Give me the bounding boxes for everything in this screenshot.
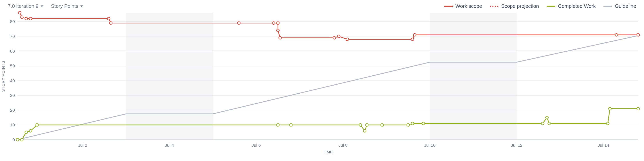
data-point bbox=[20, 16, 23, 19]
data-point bbox=[290, 123, 292, 126]
data-point bbox=[279, 37, 282, 39]
metric-dropdown[interactable]: Story Points bbox=[51, 3, 83, 9]
y-tick-label: 20 bbox=[10, 108, 15, 113]
chart-controls: 7.0 iteration 9 Story Points bbox=[8, 3, 83, 9]
line-swatch-icon bbox=[547, 6, 555, 7]
line-swatch-icon bbox=[444, 6, 453, 7]
data-point bbox=[422, 122, 425, 125]
y-tick-label: 30 bbox=[10, 93, 15, 98]
data-point bbox=[18, 11, 21, 14]
data-point bbox=[637, 33, 640, 36]
chart-legend: Work scope Scope projection Completed Wo… bbox=[444, 3, 636, 9]
data-point bbox=[359, 123, 362, 126]
data-point bbox=[333, 37, 336, 39]
y-axis-title: STORY POINTS bbox=[1, 61, 6, 92]
data-point bbox=[606, 122, 609, 125]
series-work-scope bbox=[20, 13, 638, 39]
data-point bbox=[276, 22, 279, 24]
line-swatch-icon bbox=[604, 6, 612, 7]
sprint-dropdown[interactable]: 7.0 iteration 9 bbox=[8, 3, 43, 9]
data-point bbox=[25, 17, 28, 20]
chart-svg: 01020304050607080Jul 2Jul 4Jul 6Jul 8Jul… bbox=[0, 11, 644, 155]
series-completed-work bbox=[18, 109, 638, 140]
legend-scope-projection: Scope projection bbox=[490, 3, 539, 9]
x-tick-label: Jul 2 bbox=[78, 143, 87, 148]
data-point bbox=[413, 33, 416, 36]
data-point bbox=[276, 123, 279, 126]
data-point bbox=[407, 123, 410, 126]
data-point bbox=[366, 123, 368, 126]
legend-label: Work scope bbox=[456, 3, 482, 9]
data-point bbox=[108, 17, 110, 20]
data-point bbox=[29, 17, 32, 20]
legend-work-scope: Work scope bbox=[444, 3, 482, 9]
y-tick-label: 10 bbox=[10, 123, 15, 127]
data-point bbox=[411, 122, 414, 125]
data-point bbox=[411, 38, 414, 41]
legend-label: Guideline bbox=[615, 3, 636, 9]
data-point bbox=[338, 35, 340, 38]
weekend-band bbox=[126, 13, 213, 140]
y-tick-label: 70 bbox=[10, 34, 15, 39]
data-point bbox=[546, 116, 548, 119]
data-point bbox=[16, 138, 19, 141]
chevron-down-icon bbox=[40, 6, 43, 7]
data-point bbox=[29, 130, 32, 132]
data-point bbox=[541, 122, 544, 125]
chart-plot-area: 01020304050607080Jul 2Jul 4Jul 6Jul 8Jul… bbox=[0, 11, 644, 155]
x-tick-label: Jul 14 bbox=[598, 143, 609, 148]
burnup-chart-container: 7.0 iteration 9 Story Points Work scope … bbox=[0, 0, 644, 161]
x-axis-title: TIME bbox=[323, 150, 333, 154]
x-tick-label: Jul 12 bbox=[511, 143, 522, 148]
legend-completed-work: Completed Work bbox=[547, 3, 596, 9]
metric-label: Story Points bbox=[51, 3, 78, 9]
x-tick-label: Jul 6 bbox=[252, 143, 260, 148]
data-point bbox=[272, 22, 275, 24]
y-tick-label: 60 bbox=[10, 49, 15, 54]
y-tick-label: 80 bbox=[10, 19, 15, 24]
x-tick-label: Jul 8 bbox=[338, 143, 348, 148]
data-point bbox=[276, 29, 279, 32]
data-point bbox=[548, 122, 551, 125]
chart-topbar: 7.0 iteration 9 Story Points Work scope … bbox=[0, 0, 644, 11]
data-point bbox=[25, 131, 28, 134]
data-point bbox=[608, 107, 611, 110]
data-point bbox=[110, 22, 112, 24]
y-tick-label: 50 bbox=[10, 63, 15, 68]
data-point bbox=[238, 22, 240, 24]
data-point bbox=[363, 130, 366, 132]
weekend-band bbox=[430, 13, 516, 140]
y-tick-label: 40 bbox=[10, 78, 15, 83]
chevron-down-icon bbox=[80, 6, 83, 7]
legend-guideline: Guideline bbox=[604, 3, 636, 9]
data-point bbox=[615, 33, 618, 36]
data-point bbox=[20, 138, 23, 141]
data-point bbox=[346, 38, 349, 41]
legend-label: Completed Work bbox=[558, 3, 596, 9]
data-point bbox=[637, 107, 640, 110]
legend-label: Scope projection bbox=[501, 3, 539, 9]
dashed-line-swatch-icon bbox=[490, 6, 498, 7]
data-point bbox=[381, 123, 384, 126]
sprint-label: 7.0 iteration 9 bbox=[8, 3, 38, 9]
series-guideline bbox=[18, 36, 638, 140]
x-tick-label: Jul 4 bbox=[165, 143, 174, 148]
data-point bbox=[36, 123, 38, 126]
x-tick-label: Jul 10 bbox=[424, 143, 436, 148]
y-tick-label: 0 bbox=[12, 137, 15, 142]
